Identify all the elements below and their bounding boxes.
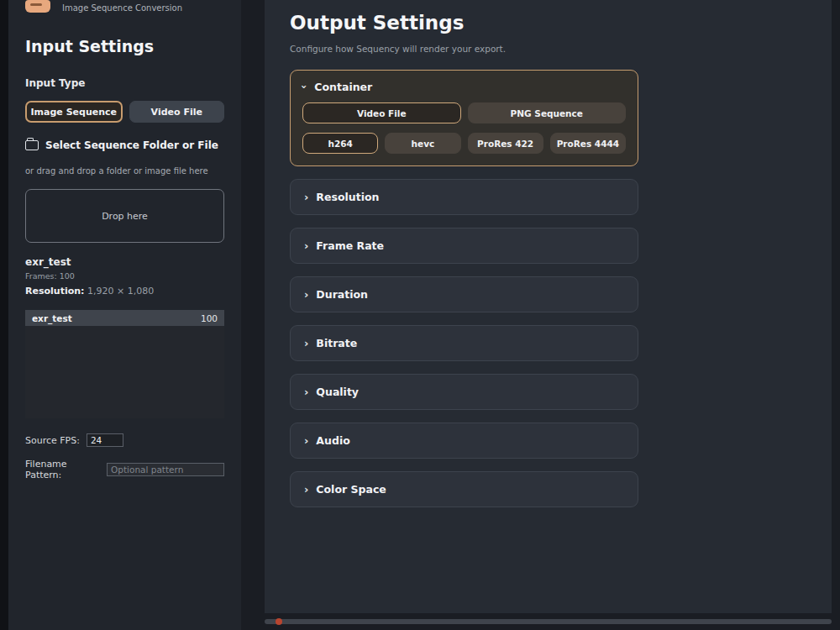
input-type-label: Input Type — [25, 77, 224, 89]
page-title: Output Settings — [265, 0, 832, 34]
input-type-image-sequence-button[interactable]: Image Sequence — [25, 101, 123, 123]
section-duration[interactable]: › Duration — [290, 276, 638, 312]
drop-zone[interactable]: Drop here — [25, 189, 224, 243]
source-fps-label: Source FPS: — [25, 435, 80, 446]
app-logo-icon — [25, 0, 50, 13]
input-settings-sidebar: Image Sequence Conversion Input Settings… — [8, 0, 241, 630]
sequence-resolution: Resolution: 1,920 × 1,080 — [25, 286, 224, 297]
app-window: Image Sequence Conversion Input Settings… — [0, 0, 840, 630]
filename-pattern-label: Filename Pattern: — [25, 459, 100, 480]
resolution-label: Resolution: — [25, 286, 84, 297]
section-quality[interactable]: › Quality — [290, 374, 638, 410]
chevron-right-icon: › — [304, 338, 308, 349]
sequence-row-count: 100 — [201, 313, 218, 323]
container-codec-row: h264 hevc ProRes 422 ProRes 4444 — [302, 133, 626, 154]
sequence-list-body — [25, 326, 224, 418]
codec-prores4444-button[interactable]: ProRes 4444 — [550, 133, 626, 154]
sequence-name: exr_test — [25, 256, 224, 268]
source-fps-row: Source FPS: — [25, 433, 224, 447]
chevron-right-icon: › — [304, 289, 308, 300]
chevron-right-icon: › — [304, 386, 308, 397]
section-resolution-title: Resolution — [316, 191, 379, 203]
chevron-right-icon: › — [304, 240, 308, 251]
section-container: › Container Video File PNG Sequence h264… — [290, 70, 638, 166]
app-header: Image Sequence Conversion — [25, 0, 224, 18]
section-container-header[interactable]: › Container — [302, 81, 626, 93]
output-settings-panel: Output Settings Configure how Sequency w… — [265, 0, 832, 613]
sequence-list-row[interactable]: exr_test 100 — [25, 310, 224, 326]
format-png-sequence-button[interactable]: PNG Sequence — [468, 102, 627, 123]
section-audio[interactable]: › Audio — [290, 423, 638, 459]
section-bitrate-title: Bitrate — [316, 337, 357, 349]
scrollbar-thumb-dot[interactable] — [276, 618, 282, 625]
section-color-space[interactable]: › Color Space — [290, 471, 638, 507]
page-subtitle: Configure how Sequency will render your … — [265, 34, 832, 54]
container-format-row: Video File PNG Sequence — [302, 102, 626, 123]
input-type-video-file-button[interactable]: Video File — [129, 101, 225, 123]
input-type-toggle: Image Sequence Video File — [25, 101, 224, 123]
section-color-space-title: Color Space — [316, 483, 386, 496]
section-container-title: Container — [314, 81, 372, 93]
chevron-right-icon: › — [304, 484, 308, 495]
sequence-frames: Frames: 100 — [25, 271, 224, 281]
section-duration-title: Duration — [316, 288, 368, 301]
accordion-column: › Container Video File PNG Sequence h264… — [290, 70, 638, 507]
filename-pattern-row: Filename Pattern: — [25, 459, 224, 480]
resolution-value: 1,920 × 1,080 — [87, 286, 154, 297]
drop-zone-label: Drop here — [102, 211, 148, 222]
source-fps-input[interactable] — [87, 433, 123, 447]
codec-hevc-button[interactable]: hevc — [385, 133, 460, 154]
sequence-row-name: exr_test — [32, 313, 72, 323]
filename-pattern-input[interactable] — [107, 463, 224, 476]
format-video-file-button[interactable]: Video File — [302, 102, 461, 123]
section-frame-rate[interactable]: › Frame Rate — [290, 228, 638, 264]
chevron-down-icon: › — [299, 85, 310, 89]
section-frame-rate-title: Frame Rate — [316, 239, 384, 252]
app-logo-label: Image Sequence Conversion — [62, 0, 182, 13]
codec-prores422-button[interactable]: ProRes 422 — [468, 133, 543, 154]
folder-icon — [25, 140, 39, 150]
section-resolution[interactable]: › Resolution — [290, 179, 638, 215]
section-audio-title: Audio — [316, 434, 349, 447]
select-sequence-label: Select Sequence Folder or File — [45, 139, 218, 151]
drag-drop-hint: or drag and drop a folder or image file … — [25, 166, 224, 176]
chevron-right-icon: › — [304, 435, 308, 446]
section-quality-title: Quality — [316, 386, 359, 398]
sequence-list: exr_test 100 — [25, 310, 224, 418]
chevron-right-icon: › — [304, 192, 308, 202]
left-edge-strip — [0, 0, 8, 630]
sidebar-title: Input Settings — [25, 37, 224, 55]
horizontal-scrollbar[interactable] — [265, 619, 832, 624]
select-sequence-button[interactable]: Select Sequence Folder or File — [25, 139, 224, 151]
section-bitrate[interactable]: › Bitrate — [290, 325, 638, 361]
codec-h264-button[interactable]: h264 — [302, 133, 378, 154]
